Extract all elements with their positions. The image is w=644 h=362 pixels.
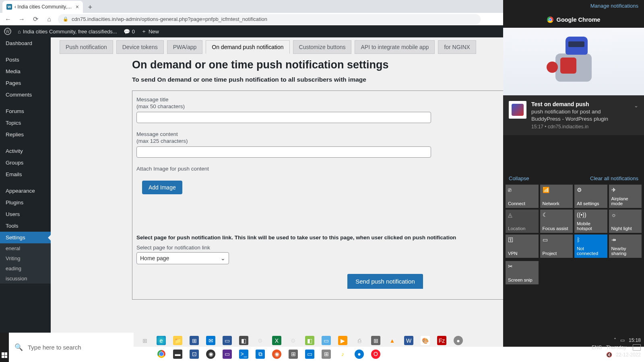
paint-icon[interactable]: 🎨 <box>421 336 430 345</box>
message-content-input[interactable] <box>136 146 431 158</box>
menu-replies[interactable]: Replies <box>0 129 51 140</box>
tile-connect[interactable]: ⎚Connect <box>506 185 539 208</box>
tile-screen-snip[interactable]: ✂Screen snip <box>506 261 539 284</box>
tray-date[interactable]: 22-12-2022 <box>616 352 641 358</box>
powershell-icon[interactable]: >_ <box>239 350 248 359</box>
volume-mute-icon[interactable]: 🔇 <box>606 352 612 358</box>
send-push-button[interactable]: Send push notification <box>347 274 423 289</box>
menu-media[interactable]: Media <box>0 66 51 77</box>
submenu-general[interactable]: eneral <box>0 243 51 253</box>
network-tray-icon[interactable]: ▭ <box>620 337 625 343</box>
opera-icon[interactable]: O <box>371 350 380 359</box>
manage-notifications-link[interactable]: Manage notifications <box>503 0 644 12</box>
edge-icon[interactable]: e <box>157 336 166 345</box>
chrome-icon[interactable] <box>157 350 166 359</box>
word-icon[interactable]: W <box>404 336 413 345</box>
explorer-icon[interactable]: 📁 <box>173 336 182 345</box>
menu-settings[interactable]: Settings <box>0 232 51 243</box>
add-image-button[interactable]: Add Image <box>142 181 182 194</box>
start-button[interactable] <box>0 333 9 362</box>
back-icon[interactable]: ← <box>3 16 13 23</box>
obs-icon[interactable]: ◉ <box>206 350 215 359</box>
submenu-writing[interactable]: Vriting <box>0 253 51 263</box>
tray-time[interactable]: 15:18 <box>629 337 641 343</box>
tab-push-notification[interactable]: Push notification <box>60 40 113 54</box>
notepad-icon[interactable]: ▭ <box>322 336 331 345</box>
notification-card[interactable]: Test on demand push push notification fo… <box>503 95 644 135</box>
tile-night-light[interactable]: ☼Night light <box>609 210 642 233</box>
collapse-link[interactable]: Collapse <box>509 175 529 181</box>
menu-groups[interactable]: Groups <box>0 157 51 169</box>
calculator-icon[interactable]: ⊞ <box>371 336 380 345</box>
tray-overflow-icon[interactable]: ˄ <box>614 337 616 343</box>
excel-icon[interactable]: X <box>272 336 281 345</box>
tile-location[interactable]: ◬Location <box>506 210 539 233</box>
vlc-icon[interactable]: ▲ <box>388 336 397 345</box>
app-icon[interactable]: ● <box>454 336 463 345</box>
tab-pwa-app[interactable]: PWA/app <box>167 40 203 54</box>
home-icon[interactable]: ⌂ <box>44 16 54 23</box>
clear-all-link[interactable]: Clear all notifications <box>590 175 638 181</box>
tile-airplane[interactable]: ✈Airplane mode <box>609 185 642 208</box>
app-icon[interactable]: ⊞ <box>289 350 298 359</box>
wp-logo-menu[interactable]: W <box>4 28 11 35</box>
new-tab-button[interactable]: + <box>85 2 96 13</box>
forward-icon[interactable]: → <box>17 16 27 23</box>
new-content-link[interactable]: ＋New <box>141 28 159 35</box>
taskview-icon[interactable]: ⊞ <box>140 336 149 345</box>
tab-on-demand[interactable]: On demand push notification <box>206 40 289 54</box>
settings-icon[interactable]: ⚙ <box>256 336 265 345</box>
app-icon[interactable]: ◧ <box>305 336 314 345</box>
reload-icon[interactable]: ⟳ <box>31 15 40 23</box>
tile-bluetooth[interactable]: ᛒNot connected <box>574 234 607 258</box>
message-title-input[interactable] <box>136 112 431 123</box>
tile-network[interactable]: 📶Network <box>540 185 573 208</box>
site-name-link[interactable]: ⌂India cities Community, free classified… <box>18 29 117 35</box>
tile-vpn[interactable]: ⚿VPN <box>506 234 539 258</box>
chevron-down-icon[interactable]: ⌄ <box>634 101 638 130</box>
store-icon[interactable]: ⊞ <box>190 336 199 345</box>
menu-forums[interactable]: Forums <box>0 105 51 117</box>
tray-lang[interactable]: ENG <box>592 345 602 350</box>
tile-mobile-hotspot[interactable]: ((•))Mobile hotspot <box>574 210 607 233</box>
address-bar[interactable]: 🔒 cdn75.indiacities.in/wp-admin/options-… <box>58 14 481 25</box>
menu-appearance[interactable]: Appearance <box>0 185 51 197</box>
app-icon[interactable]: ♪ <box>338 350 347 359</box>
menu-plugins[interactable]: Plugins <box>0 197 51 208</box>
tab-api[interactable]: API to integrate mobile app <box>355 40 435 54</box>
tile-project[interactable]: ▭Project <box>540 234 573 258</box>
menu-users[interactable]: Users <box>0 208 51 220</box>
app-icon[interactable]: ⊞ <box>322 350 331 359</box>
app-icon[interactable]: ◧ <box>239 336 248 345</box>
menu-pages[interactable]: Pages <box>0 77 51 89</box>
tile-nearby-sharing[interactable]: ↠Nearby sharing <box>609 234 642 258</box>
app-icon[interactable]: ▭ <box>305 350 314 359</box>
app-icon[interactable]: ● <box>355 350 364 359</box>
menu-comments[interactable]: Comments <box>0 89 51 101</box>
menu-dashboard[interactable]: Dashboard <box>0 37 51 49</box>
app-icon[interactable]: ▭ <box>223 350 232 359</box>
submenu-discussion[interactable]: iscussion <box>0 274 51 284</box>
taskbar-search[interactable]: 🔍 Type here to search <box>9 333 134 362</box>
menu-emails[interactable]: Emails <box>0 169 51 180</box>
menu-posts[interactable]: Posts <box>0 54 51 66</box>
vscode-icon[interactable]: ⧉ <box>256 350 265 359</box>
terminal-icon[interactable]: ▬ <box>173 350 182 359</box>
mail-icon[interactable]: ✉ <box>206 336 215 345</box>
comments-link[interactable]: 💬0 <box>124 29 135 35</box>
submenu-reading[interactable]: eading <box>0 263 51 274</box>
tab-customize-buttons[interactable]: Customize buttons <box>293 40 352 54</box>
tab-nginx[interactable]: for NGINX <box>438 40 476 54</box>
app-icon[interactable]: ⊡ <box>190 350 199 359</box>
menu-tools[interactable]: Tools <box>0 220 51 232</box>
tile-all-settings[interactable]: ⚙All settings <box>574 185 607 208</box>
tile-focus-assist[interactable]: ☾Focus assist <box>540 210 573 233</box>
tab-close-icon[interactable]: × <box>76 4 79 10</box>
filezilla-icon[interactable]: Fz <box>437 336 446 345</box>
menu-topics[interactable]: Topics <box>0 117 51 129</box>
app-icon[interactable]: ⎙ <box>355 336 364 345</box>
tab-device-tokens[interactable]: Device tokens <box>116 40 164 54</box>
ubuntu-icon[interactable]: ◉ <box>272 350 281 359</box>
app-icon[interactable]: ▶ <box>338 336 347 345</box>
tray-day[interactable]: Thursday <box>606 345 626 350</box>
